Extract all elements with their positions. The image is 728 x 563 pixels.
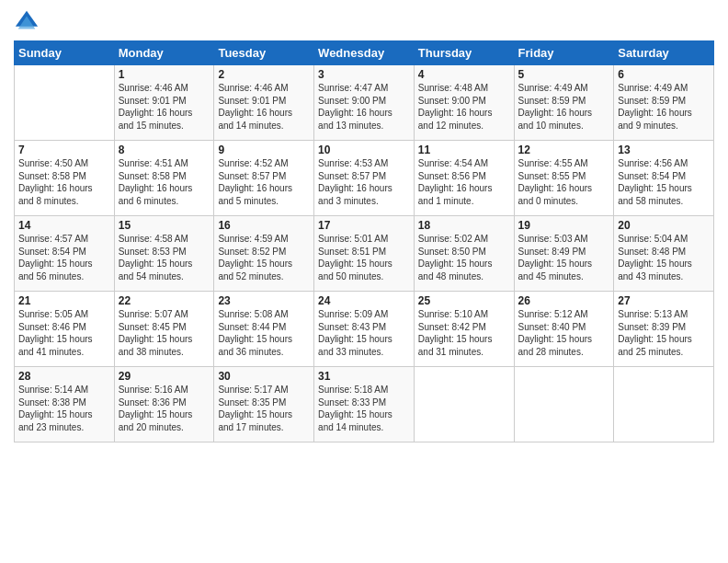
day-number: 2 [218,68,310,81]
week-row-1: 1Sunrise: 4:46 AM Sunset: 9:01 PM Daylig… [15,65,714,141]
day-number: 13 [618,144,710,156]
cell-content: Sunrise: 5:01 AM Sunset: 8:51 PM Dayligh… [318,233,410,282]
day-number: 9 [218,144,310,156]
calendar-cell [15,65,115,141]
calendar-table: SundayMondayTuesdayWednesdayThursdayFrid… [14,40,714,442]
calendar-cell: 16Sunrise: 4:59 AM Sunset: 8:52 PM Dayli… [214,216,314,292]
cell-content: Sunrise: 4:55 AM Sunset: 8:55 PM Dayligh… [518,157,610,207]
col-header-friday: Friday [514,41,614,65]
cell-content: Sunrise: 4:48 AM Sunset: 9:00 PM Dayligh… [418,82,510,132]
day-number: 20 [618,219,710,232]
cell-content: Sunrise: 5:17 AM Sunset: 8:35 PM Dayligh… [218,384,310,433]
logo [14,9,43,35]
calendar-cell [614,367,714,442]
calendar-cell: 2Sunrise: 4:46 AM Sunset: 9:01 PM Daylig… [214,65,314,141]
calendar-cell: 17Sunrise: 5:01 AM Sunset: 8:51 PM Dayli… [314,216,415,292]
calendar-cell: 3Sunrise: 4:47 AM Sunset: 9:00 PM Daylig… [314,65,415,141]
header [14,9,714,35]
cell-content: Sunrise: 4:59 AM Sunset: 8:52 PM Dayligh… [218,233,310,282]
cell-content: Sunrise: 4:54 AM Sunset: 8:56 PM Dayligh… [418,157,510,207]
calendar-cell: 21Sunrise: 5:05 AM Sunset: 8:46 PM Dayli… [15,292,115,367]
calendar-cell: 9Sunrise: 4:52 AM Sunset: 8:57 PM Daylig… [214,141,314,216]
cell-content: Sunrise: 4:52 AM Sunset: 8:57 PM Dayligh… [218,157,310,207]
day-number: 6 [618,68,710,81]
day-number: 19 [518,219,610,232]
calendar-cell: 15Sunrise: 4:58 AM Sunset: 8:53 PM Dayli… [114,216,214,292]
day-number: 22 [119,294,210,307]
day-number: 11 [418,144,510,156]
cell-content: Sunrise: 5:05 AM Sunset: 8:46 PM Dayligh… [18,308,110,358]
col-header-wednesday: Wednesday [314,41,415,65]
col-header-saturday: Saturday [614,41,714,65]
calendar-cell: 24Sunrise: 5:09 AM Sunset: 8:43 PM Dayli… [314,292,415,367]
day-number: 25 [418,294,510,307]
cell-content: Sunrise: 4:47 AM Sunset: 9:00 PM Dayligh… [318,82,410,132]
calendar-cell: 1Sunrise: 4:46 AM Sunset: 9:01 PM Daylig… [114,65,214,141]
day-number: 16 [218,219,310,232]
cell-content: Sunrise: 4:49 AM Sunset: 8:59 PM Dayligh… [518,82,610,132]
logo-icon [14,9,40,35]
cell-content: Sunrise: 5:07 AM Sunset: 8:45 PM Dayligh… [119,308,210,358]
cell-content: Sunrise: 4:57 AM Sunset: 8:54 PM Dayligh… [18,233,110,282]
calendar-cell: 23Sunrise: 5:08 AM Sunset: 8:44 PM Dayli… [214,292,314,367]
calendar-cell: 11Sunrise: 4:54 AM Sunset: 8:56 PM Dayli… [414,141,514,216]
calendar-cell: 26Sunrise: 5:12 AM Sunset: 8:40 PM Dayli… [514,292,614,367]
day-number: 7 [18,144,110,156]
day-number: 12 [518,144,610,156]
header-row: SundayMondayTuesdayWednesdayThursdayFrid… [15,41,714,65]
day-number: 4 [418,68,510,81]
cell-content: Sunrise: 5:12 AM Sunset: 8:40 PM Dayligh… [518,308,610,358]
day-number: 18 [418,219,510,232]
cell-content: Sunrise: 4:53 AM Sunset: 8:57 PM Dayligh… [318,157,410,207]
calendar-cell: 13Sunrise: 4:56 AM Sunset: 8:54 PM Dayli… [614,141,714,216]
day-number: 31 [318,370,410,383]
calendar-cell: 31Sunrise: 5:18 AM Sunset: 8:33 PM Dayli… [314,367,415,442]
day-number: 3 [318,68,410,81]
calendar-cell: 10Sunrise: 4:53 AM Sunset: 8:57 PM Dayli… [314,141,415,216]
week-row-2: 7Sunrise: 4:50 AM Sunset: 8:58 PM Daylig… [15,141,714,216]
cell-content: Sunrise: 5:16 AM Sunset: 8:36 PM Dayligh… [119,384,210,433]
day-number: 23 [218,294,310,307]
cell-content: Sunrise: 4:50 AM Sunset: 8:58 PM Dayligh… [18,157,110,207]
calendar-cell: 29Sunrise: 5:16 AM Sunset: 8:36 PM Dayli… [114,367,214,442]
day-number: 28 [18,370,110,383]
cell-content: Sunrise: 5:04 AM Sunset: 8:48 PM Dayligh… [618,233,710,282]
calendar-cell: 19Sunrise: 5:03 AM Sunset: 8:49 PM Dayli… [514,216,614,292]
calendar-cell: 30Sunrise: 5:17 AM Sunset: 8:35 PM Dayli… [214,367,314,442]
cell-content: Sunrise: 5:02 AM Sunset: 8:50 PM Dayligh… [418,233,510,282]
col-header-monday: Monday [114,41,214,65]
day-number: 29 [119,370,210,383]
calendar-cell: 27Sunrise: 5:13 AM Sunset: 8:39 PM Dayli… [614,292,714,367]
calendar-cell: 28Sunrise: 5:14 AM Sunset: 8:38 PM Dayli… [15,367,115,442]
cell-content: Sunrise: 5:10 AM Sunset: 8:42 PM Dayligh… [418,308,510,358]
cell-content: Sunrise: 4:56 AM Sunset: 8:54 PM Dayligh… [618,157,710,207]
day-number: 17 [318,219,410,232]
cell-content: Sunrise: 5:13 AM Sunset: 8:39 PM Dayligh… [618,308,710,358]
week-row-4: 21Sunrise: 5:05 AM Sunset: 8:46 PM Dayli… [15,292,714,367]
day-number: 26 [518,294,610,307]
page: SundayMondayTuesdayWednesdayThursdayFrid… [0,0,728,563]
calendar-cell: 6Sunrise: 4:49 AM Sunset: 8:59 PM Daylig… [614,65,714,141]
cell-content: Sunrise: 5:09 AM Sunset: 8:43 PM Dayligh… [318,308,410,358]
col-header-tuesday: Tuesday [214,41,314,65]
cell-content: Sunrise: 4:49 AM Sunset: 8:59 PM Dayligh… [618,82,710,132]
calendar-cell: 5Sunrise: 4:49 AM Sunset: 8:59 PM Daylig… [514,65,614,141]
day-number: 14 [18,219,110,232]
calendar-cell: 7Sunrise: 4:50 AM Sunset: 8:58 PM Daylig… [15,141,115,216]
calendar-cell: 20Sunrise: 5:04 AM Sunset: 8:48 PM Dayli… [614,216,714,292]
cell-content: Sunrise: 4:46 AM Sunset: 9:01 PM Dayligh… [218,82,310,132]
week-row-5: 28Sunrise: 5:14 AM Sunset: 8:38 PM Dayli… [15,367,714,442]
day-number: 10 [318,144,410,156]
cell-content: Sunrise: 5:03 AM Sunset: 8:49 PM Dayligh… [518,233,610,282]
calendar-cell: 12Sunrise: 4:55 AM Sunset: 8:55 PM Dayli… [514,141,614,216]
calendar-cell: 22Sunrise: 5:07 AM Sunset: 8:45 PM Dayli… [114,292,214,367]
cell-content: Sunrise: 4:58 AM Sunset: 8:53 PM Dayligh… [119,233,210,282]
calendar-cell: 8Sunrise: 4:51 AM Sunset: 8:58 PM Daylig… [114,141,214,216]
calendar-cell: 18Sunrise: 5:02 AM Sunset: 8:50 PM Dayli… [414,216,514,292]
day-number: 21 [18,294,110,307]
cell-content: Sunrise: 4:46 AM Sunset: 9:01 PM Dayligh… [119,82,210,132]
col-header-thursday: Thursday [414,41,514,65]
day-number: 27 [618,294,710,307]
cell-content: Sunrise: 5:08 AM Sunset: 8:44 PM Dayligh… [218,308,310,358]
calendar-cell: 14Sunrise: 4:57 AM Sunset: 8:54 PM Dayli… [15,216,115,292]
